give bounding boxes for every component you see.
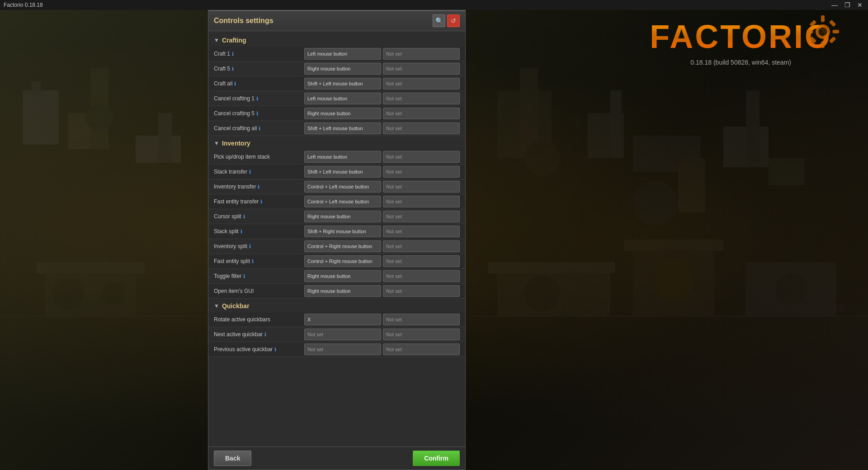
close-button[interactable]: ✕ <box>855 0 864 9</box>
secondary-key-button[interactable]: Not set <box>383 181 460 193</box>
section-header-crafting[interactable]: ▼ Crafting <box>208 33 465 47</box>
info-icon[interactable]: ℹ <box>256 111 258 117</box>
control-name: Cancel crafting all ℹ <box>214 125 304 132</box>
svg-rect-0 <box>23 90 59 145</box>
svg-rect-36 <box>807 30 813 33</box>
primary-key-button[interactable]: Shift + Left mouse button <box>304 122 381 134</box>
secondary-key-button[interactable]: Not set <box>383 108 460 119</box>
svg-rect-16 <box>746 90 760 167</box>
svg-rect-29 <box>624 240 723 251</box>
logo-gear-icon <box>805 14 841 50</box>
restore-button[interactable]: ❐ <box>843 0 852 9</box>
control-name: Craft 5 ℹ <box>214 66 304 72</box>
table-row: Stack transfer ℹ Shift + Left mouse butt… <box>208 164 465 179</box>
minimize-button[interactable]: — <box>830 0 839 9</box>
primary-key-button[interactable]: Control + Left mouse button <box>304 196 381 207</box>
control-name: Craft all ℹ <box>214 80 304 87</box>
info-icon[interactable]: ℹ <box>249 169 251 175</box>
control-name: Cancel crafting 1 ℹ <box>214 95 304 102</box>
table-row: Fast entity transfer ℹ Control + Left mo… <box>208 194 465 209</box>
secondary-key-button[interactable]: Not set <box>383 122 460 134</box>
info-icon[interactable]: ℹ <box>264 332 266 338</box>
table-row: Rotate active quickbars X Not set <box>208 312 465 327</box>
secondary-key-button[interactable]: Not set <box>383 211 460 222</box>
info-icon[interactable]: ℹ <box>232 66 234 72</box>
svg-point-25 <box>524 276 561 312</box>
secondary-key-button[interactable]: Not set <box>383 196 460 207</box>
primary-key-button[interactable]: Left mouse button <box>304 48 381 60</box>
back-button[interactable]: Back <box>214 451 251 466</box>
info-icon[interactable]: ℹ <box>243 273 245 279</box>
table-row: Craft 1 ℹ Left mouse button Not set <box>208 47 465 61</box>
primary-key-button[interactable]: Left mouse button <box>304 93 381 104</box>
info-icon[interactable]: ℹ <box>252 258 254 264</box>
table-row: Craft all ℹ Shift + Left mouse button No… <box>208 76 465 91</box>
primary-key-button[interactable]: Shift + Right mouse button <box>304 226 381 237</box>
control-name: Open item's GUI <box>214 288 304 294</box>
primary-key-button[interactable]: Right mouse button <box>304 270 381 282</box>
info-icon[interactable]: ℹ <box>249 244 251 249</box>
primary-key-button[interactable]: Right mouse button <box>304 211 381 222</box>
section-header-quickbar[interactable]: ▼ Quickbar <box>208 299 465 312</box>
primary-key-button[interactable]: Right mouse button <box>304 108 381 119</box>
primary-key-button[interactable]: Right mouse button <box>304 63 381 75</box>
info-icon[interactable]: ℹ <box>232 51 234 57</box>
reset-button[interactable]: ↺ <box>447 14 460 27</box>
svg-point-21 <box>52 278 84 310</box>
secondary-key-button[interactable]: Not set <box>383 63 460 75</box>
primary-key-button[interactable]: Shift + Left mouse button <box>304 166 381 178</box>
info-icon[interactable]: ℹ <box>234 81 236 87</box>
secondary-key-button[interactable]: Not set <box>383 255 460 267</box>
table-row: Cancel crafting all ℹ Shift + Left mouse… <box>208 121 465 136</box>
primary-key-button[interactable]: X <box>304 314 381 325</box>
control-name: Next active quickbar ℹ <box>214 331 304 338</box>
section-arrow-crafting: ▼ <box>214 37 219 43</box>
svg-rect-34 <box>821 15 825 22</box>
dialog-content[interactable]: ▼ Crafting Craft 1 ℹ Left mouse button N… <box>208 31 465 446</box>
info-icon[interactable]: ℹ <box>241 229 242 235</box>
secondary-key-button[interactable]: Not set <box>383 329 460 340</box>
primary-key-button[interactable]: Left mouse button <box>304 151 381 163</box>
table-row: Open item's GUI Right mouse button Not s… <box>208 284 465 299</box>
title-bar-text: Factorio 0.18.18 <box>4 2 43 8</box>
confirm-button[interactable]: Confirm <box>413 451 460 466</box>
secondary-key-button[interactable]: Not set <box>383 166 460 178</box>
dialog-footer: Back Confirm <box>208 446 465 470</box>
svg-rect-39 <box>829 20 836 27</box>
secondary-key-button[interactable]: Not set <box>383 343 460 355</box>
svg-point-28 <box>653 260 694 301</box>
search-button[interactable]: 🔍 <box>433 14 445 27</box>
control-name: Pick up/drop item stack <box>214 154 304 160</box>
svg-point-9 <box>524 140 561 176</box>
secondary-key-button[interactable]: Not set <box>383 93 460 104</box>
primary-key-button[interactable]: Control + Right mouse button <box>304 240 381 252</box>
table-row: Stack split ℹ Shift + Right mouse button… <box>208 224 465 239</box>
secondary-key-button[interactable]: Not set <box>383 285 460 297</box>
svg-rect-17 <box>769 158 805 185</box>
secondary-key-button[interactable]: Not set <box>383 226 460 237</box>
info-icon[interactable]: ℹ <box>274 347 276 352</box>
secondary-key-button[interactable]: Not set <box>383 151 460 163</box>
secondary-key-button[interactable]: Not set <box>383 240 460 252</box>
secondary-key-button[interactable]: Not set <box>383 314 460 325</box>
primary-key-button[interactable]: Control + Left mouse button <box>304 181 381 193</box>
info-icon[interactable]: ℹ <box>243 214 245 220</box>
primary-key-button[interactable]: Not set <box>304 343 381 355</box>
primary-key-button[interactable]: Right mouse button <box>304 285 381 297</box>
secondary-key-button[interactable]: Not set <box>383 78 460 89</box>
svg-point-31 <box>775 273 807 305</box>
svg-rect-40 <box>809 36 816 43</box>
secondary-key-button[interactable]: Not set <box>383 270 460 282</box>
info-icon[interactable]: ℹ <box>256 96 258 102</box>
version-text: 0.18.18 (build 50828, win64, steam) <box>650 59 832 66</box>
info-icon[interactable]: ℹ <box>258 184 259 190</box>
info-icon[interactable]: ℹ <box>260 199 262 205</box>
primary-key-button[interactable]: Control + Right mouse button <box>304 255 381 267</box>
svg-rect-37 <box>833 30 839 33</box>
primary-key-button[interactable]: Shift + Left mouse button <box>304 78 381 89</box>
table-row: Fast entity split ℹ Control + Right mous… <box>208 254 465 269</box>
info-icon[interactable]: ℹ <box>259 126 260 132</box>
secondary-key-button[interactable]: Not set <box>383 48 460 60</box>
primary-key-button[interactable]: Not set <box>304 329 381 340</box>
section-header-inventory[interactable]: ▼ Inventory <box>208 136 465 150</box>
